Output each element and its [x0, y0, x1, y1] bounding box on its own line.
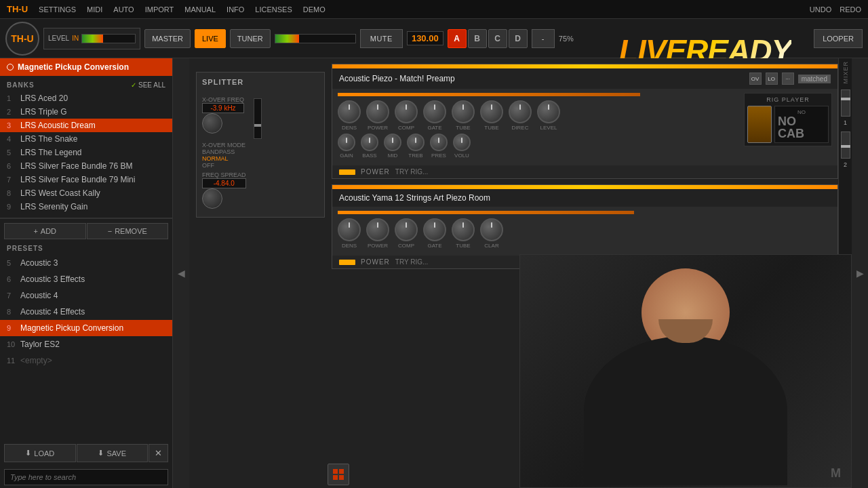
power-label-ch1: POWER [361, 168, 390, 176]
abcd-section: A B C D [448, 29, 528, 48]
banks-label: BANKS [7, 81, 35, 89]
preset-header: Magnetic Pickup Conversion [0, 58, 172, 76]
knob-tube-ch2[interactable] [452, 218, 475, 241]
freq-spread-knob[interactable] [202, 188, 222, 209]
presets-section: PRESETS 5 Acoustic 3 6 Acoustic 3 Effect… [0, 243, 172, 444]
try-rig-ch2[interactable]: TRY RIG... [395, 258, 429, 266]
load-button[interactable]: ⬇ LOAD [4, 444, 76, 462]
live-button[interactable]: LIVE [195, 29, 226, 48]
knob-tube1-ch1[interactable] [452, 100, 475, 123]
knob-dens-ch1[interactable] [338, 100, 361, 123]
redo-button[interactable]: REDO [840, 5, 861, 14]
main-content: SPLITTER X-OVER FREQ -3.9 kHz X-OVER MOD… [189, 58, 852, 488]
right-nav-arrow[interactable]: ▶ [852, 58, 868, 488]
mixer-ch1-fader[interactable] [841, 89, 850, 117]
splitter-panel: SPLITTER X-OVER FREQ -3.9 kHz X-OVER MOD… [196, 72, 325, 218]
bank-item-4[interactable]: 4 LRS The Snake [0, 132, 172, 146]
close-sidebar-button[interactable]: ✕ [149, 444, 168, 462]
preset-item-6[interactable]: 6 Acoustic 3 Effects [0, 271, 172, 287]
load-icon: ⬇ [25, 449, 31, 458]
menu-auto[interactable]: AUTO [113, 5, 134, 14]
power-label-ch2: POWER [361, 258, 390, 266]
mixer-ch1-label: 1 [844, 119, 847, 126]
remove-bank-button[interactable]: − REMOVE [87, 223, 169, 239]
menu-manual[interactable]: MANUAL [184, 5, 216, 14]
minus-button[interactable]: - [532, 29, 555, 48]
amp-visual-ch1 [747, 106, 772, 143]
knob-dens-ch2[interactable] [338, 218, 361, 241]
menu-licenses[interactable]: LICENSES [255, 5, 292, 14]
preset-item-9[interactable]: 9 Magnetic Pickup Conversion [0, 320, 172, 336]
master-button[interactable]: MASTER [144, 29, 191, 48]
bank-item-7[interactable]: 7 LRS Silver Face Bundle 79 Mini [0, 173, 172, 186]
menu-midi[interactable]: MIDI [87, 5, 102, 14]
xover-mode-options: BANDPASS NORMAL OFF [202, 148, 245, 169]
bank-item-3[interactable]: 3 LRS Acoustic Dream [0, 119, 172, 132]
abcd-btn-c[interactable]: C [488, 29, 507, 48]
knob-gate-ch2[interactable] [423, 218, 446, 241]
preset-item-10[interactable]: 10 Taylor ES2 [0, 336, 172, 352]
search-bar [4, 469, 168, 485]
bank-item-6[interactable]: 6 LRS Silver Face Bundle 76 BM [0, 159, 172, 173]
knob-power-ch2[interactable] [366, 218, 389, 241]
channel-1-controls: OV LO ··· matched [749, 73, 831, 85]
search-input[interactable] [4, 469, 168, 485]
channel-1-name: Acoustic Piezo - Match! Preamp [339, 74, 455, 83]
channel-1-icon-loud[interactable]: LO [766, 73, 778, 85]
undo-button[interactable]: UNDO [810, 5, 831, 14]
left-nav-arrow[interactable]: ◀ [173, 58, 189, 488]
tuner-button[interactable]: TUNER [230, 29, 271, 48]
knob-gate-ch1[interactable] [423, 100, 446, 123]
knob-gain-ch1[interactable] [338, 134, 355, 151]
knob-comp-ch1[interactable] [395, 100, 418, 123]
shirt-icon: M [831, 466, 841, 481]
webcam-feed: M [520, 255, 851, 487]
bank-item-5[interactable]: 5 LRS The Legend [0, 146, 172, 159]
xover-mode-label: X-OVER MODE [202, 142, 245, 148]
bank-item-8[interactable]: 8 LRS West Coast Kally [0, 186, 172, 200]
knob-clar-ch2[interactable] [480, 218, 503, 241]
knob-power-ch1[interactable] [366, 100, 389, 123]
preset-item-8[interactable]: 8 Acoustic 4 Effects [0, 304, 172, 320]
knob-pres-ch1[interactable] [430, 134, 448, 151]
xover-freq-knob[interactable] [202, 113, 222, 134]
menu-bar: TH-U SETTINGS MIDI AUTO IMPORT MANUAL IN… [0, 0, 868, 19]
knob-bass-ch1[interactable] [361, 134, 378, 151]
bank-item-1[interactable]: 1 LRS Aced 20 [0, 92, 172, 105]
menu-info[interactable]: INFO [226, 5, 244, 14]
grid-button[interactable] [328, 464, 349, 485]
channel-strip-1: Acoustic Piezo - Match! Preamp OV LO ···… [332, 64, 838, 179]
mixer-ch2-fader[interactable] [841, 131, 850, 159]
knob-comp-ch2[interactable] [395, 218, 418, 241]
see-all-button[interactable]: ✓ SEE ALL [131, 81, 165, 89]
power-indicator-ch2[interactable] [339, 260, 355, 265]
minus-icon: − [108, 227, 112, 235]
knob-tube2-ch1[interactable] [480, 100, 503, 123]
bank-item-9[interactable]: 9 LRS Serenity Gain [0, 200, 172, 214]
preset-item-7[interactable]: 7 Acoustic 4 [0, 287, 172, 304]
channel-1-icon-over[interactable]: OV [749, 73, 762, 85]
channel-2-header: Acoustic Yama 12 Strings Art Piezo Room [332, 189, 837, 207]
knob-direc-ch1[interactable] [509, 100, 532, 123]
presets-label: PRESETS [7, 245, 43, 252]
menu-demo[interactable]: DEMO [303, 5, 326, 14]
knob-treb-ch1[interactable] [407, 134, 425, 151]
mute-button[interactable]: MUTE [360, 29, 403, 48]
abcd-btn-a[interactable]: A [448, 29, 467, 48]
bank-item-2[interactable]: 2 LRS Triple G [0, 105, 172, 119]
knob-level-ch1[interactable] [537, 100, 560, 123]
no-cab-ch1[interactable]: NO NO CAB [774, 106, 829, 143]
knob-mid-ch1[interactable] [384, 134, 401, 151]
preset-item-11[interactable]: 11 <empty> [0, 352, 172, 369]
abcd-btn-d[interactable]: D [509, 29, 528, 48]
menu-import[interactable]: IMPORT [145, 5, 174, 14]
abcd-btn-b[interactable]: B [468, 29, 487, 48]
menu-settings[interactable]: SETTINGS [39, 5, 76, 14]
add-bank-button[interactable]: + ADD [4, 223, 86, 239]
preset-item-5[interactable]: 5 Acoustic 3 [0, 255, 172, 271]
save-button[interactable]: ⬇ SAVE [77, 444, 149, 462]
power-indicator-ch1[interactable] [339, 169, 355, 175]
knob-volu-ch1[interactable] [453, 134, 471, 151]
try-rig-ch1[interactable]: TRY RIG... [395, 168, 429, 176]
channel-1-icon-dots[interactable]: ··· [782, 73, 794, 85]
